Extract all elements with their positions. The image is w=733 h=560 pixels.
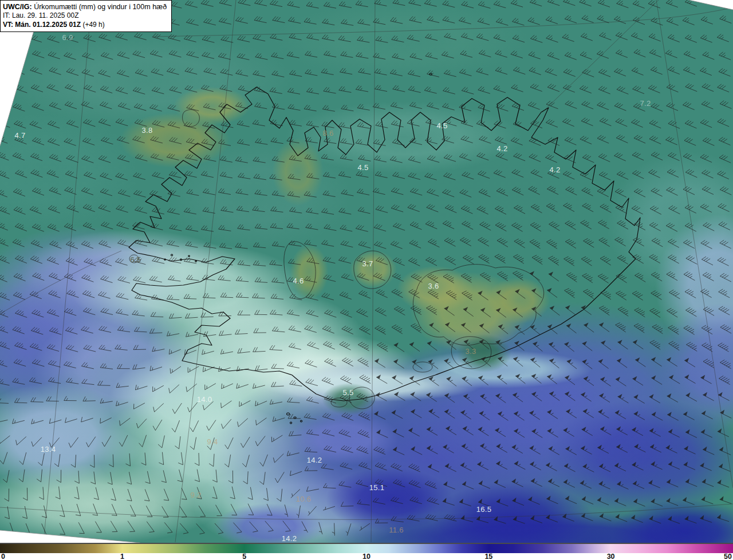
precip-value-label: 5.5: [343, 388, 354, 397]
precip-value-label: 4.2: [550, 165, 561, 174]
colorbar-tick-label: 50: [724, 553, 732, 560]
title-box: UWC/IG: Úrkomumætti (mm) og vindur i 100…: [0, 0, 172, 32]
precip-value-label: 3.7: [362, 259, 373, 268]
precip-value-label: 14.0: [197, 395, 212, 404]
precip-value-label: 14.2: [282, 534, 297, 543]
precip-value-label: 7.2: [640, 99, 651, 108]
colorbar-ticks: 01510153050: [0, 553, 733, 560]
precip-value-label: 10.6: [296, 495, 312, 503]
forecast-map: 6.94.73.84.54.54.24.27.28.63.74.63.66.53…: [0, 0, 733, 543]
precip-value-label: 14.2: [307, 456, 322, 464]
precip-value-label: 4.5: [437, 121, 448, 130]
precip-value-label: 11.6: [389, 526, 404, 534]
colorbar-tick-label: 30: [607, 553, 615, 560]
precip-value-label: 4.6: [293, 277, 304, 285]
colorbar-tick-label: 0: [1, 553, 5, 560]
colorbar: 01510153050: [0, 543, 733, 560]
weather-map-page: 6.94.73.84.54.54.24.27.28.63.74.63.66.53…: [0, 0, 733, 560]
precip-value-label: 6.5: [131, 255, 141, 264]
precip-value-label: 4.7: [15, 131, 26, 140]
colorbar-tick-label: 15: [484, 553, 492, 560]
precip-value-label: 13.4: [41, 445, 56, 453]
init-time: IT: Lau. 29. 11. 2025 00Z: [3, 11, 167, 21]
precip-value-label: 8.6: [323, 129, 334, 137]
precip-value-label: 16.5: [476, 505, 492, 514]
colorbar-tick-label: 1: [120, 553, 124, 560]
colorbar-tick-label: 10: [362, 553, 371, 560]
precip-value-label: 4.5: [358, 163, 369, 172]
map-title: UWC/IG: Úrkomumætti (mm) og vindur i 100…: [3, 2, 167, 11]
precip-value-label: 9.2: [191, 491, 202, 499]
precip-value-label: 9.4: [207, 437, 218, 446]
precip-value-label: 3.8: [142, 126, 153, 135]
precip-value-label: 3.3: [466, 347, 476, 356]
colorbar-tick-label: 5: [242, 553, 246, 560]
precip-value-label: 4.2: [497, 144, 508, 153]
precip-value-label: 3.6: [428, 282, 439, 290]
colorbar-gradient: [0, 543, 733, 553]
valid-time: VT: Mán. 01.12.2025 01Z (+49 h): [3, 21, 167, 30]
precip-value-labels: 6.94.73.84.54.54.24.27.28.63.74.63.66.53…: [0, 0, 733, 543]
precip-value-label: 15.1: [369, 483, 385, 492]
precip-value-label: 6.9: [62, 33, 73, 42]
